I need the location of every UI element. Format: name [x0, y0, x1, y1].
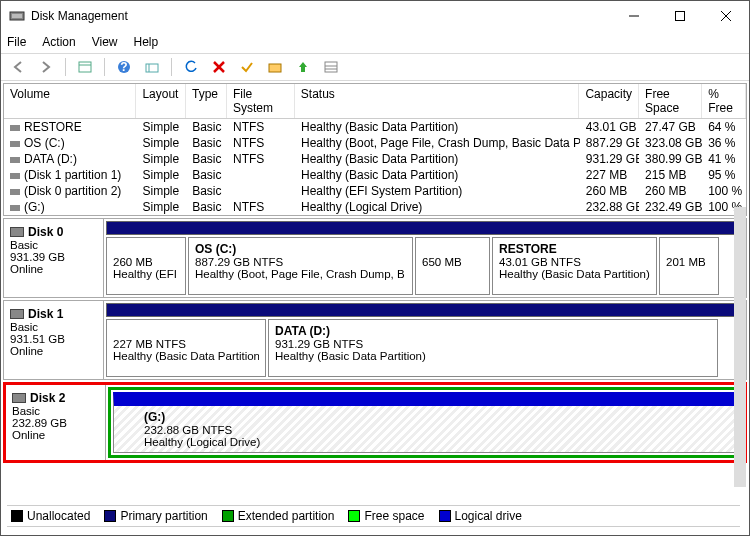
menu-view[interactable]: View — [92, 35, 118, 49]
separator — [65, 58, 66, 76]
legend-item: Primary partition — [104, 509, 207, 523]
minimize-button[interactable] — [611, 1, 657, 31]
disk-info: Disk 0 Basic 931.39 GB Online — [4, 219, 104, 297]
svg-rect-3 — [676, 12, 685, 21]
settings-button[interactable] — [141, 56, 163, 78]
volume-icon — [10, 205, 20, 211]
volume-row[interactable]: (Disk 0 partition 2)SimpleBasicHealthy (… — [4, 183, 746, 199]
list-button[interactable] — [320, 56, 342, 78]
disk-row-0[interactable]: Disk 0 Basic 931.39 GB Online 260 MBHeal… — [3, 218, 747, 298]
menubar: File Action View Help — [1, 31, 749, 53]
new-folder-button[interactable] — [264, 56, 286, 78]
toolbar: ? — [1, 53, 749, 81]
svg-rect-6 — [79, 62, 91, 72]
col-pctfree[interactable]: % Free — [702, 84, 746, 118]
disk-icon — [10, 227, 24, 237]
legend-item: Logical drive — [439, 509, 522, 523]
titlebar: Disk Management — [1, 1, 749, 31]
help-button[interactable]: ? — [113, 56, 135, 78]
disk-info: Disk 1 Basic 931.51 GB Online — [4, 301, 104, 379]
back-button[interactable] — [7, 56, 29, 78]
col-filesystem[interactable]: File System — [227, 84, 295, 118]
extended-partition[interactable]: (G:) 232.88 GB NTFS Healthy (Logical Dri… — [108, 387, 742, 458]
volume-icon — [10, 125, 20, 131]
partition[interactable]: 201 MB — [659, 237, 719, 295]
disk-info: Disk 2 Basic 232.89 GB Online — [6, 385, 106, 460]
legend-item: Unallocated — [11, 509, 90, 523]
menu-help[interactable]: Help — [134, 35, 159, 49]
disk-map: Disk 0 Basic 931.39 GB Online 260 MBHeal… — [3, 218, 747, 463]
disk-row-2[interactable]: Disk 2 Basic 232.89 GB Online (G:) 232.8… — [3, 382, 747, 463]
col-freespace[interactable]: Free Space — [639, 84, 702, 118]
menu-file[interactable]: File — [7, 35, 26, 49]
logical-drive[interactable]: (G:) 232.88 GB NTFS Healthy (Logical Dri… — [113, 392, 737, 453]
volume-list: Volume Layout Type File System Status Ca… — [3, 83, 747, 216]
diskmgmt-icon — [9, 8, 25, 24]
delete-button[interactable] — [208, 56, 230, 78]
legend-item: Free space — [348, 509, 424, 523]
maximize-button[interactable] — [657, 1, 703, 31]
legend: UnallocatedPrimary partitionExtended par… — [7, 505, 740, 527]
disk-bar — [106, 303, 744, 317]
svg-rect-1 — [12, 14, 22, 18]
col-capacity[interactable]: Capacity — [579, 84, 639, 118]
scrollbar[interactable] — [734, 207, 746, 487]
forward-button[interactable] — [35, 56, 57, 78]
volume-row[interactable]: DATA (D:)SimpleBasicNTFSHealthy (Basic D… — [4, 151, 746, 167]
svg-line-12 — [214, 62, 224, 72]
partition[interactable]: OS (C:)887.29 GB NTFSHealthy (Boot, Page… — [188, 237, 413, 295]
disk-icon — [10, 309, 24, 319]
volume-icon — [10, 157, 20, 163]
volume-list-header[interactable]: Volume Layout Type File System Status Ca… — [4, 84, 746, 119]
separator — [171, 58, 172, 76]
col-volume[interactable]: Volume — [4, 84, 136, 118]
disk-icon — [12, 393, 26, 403]
disk-row-1[interactable]: Disk 1 Basic 931.51 GB Online 227 MB NTF… — [3, 300, 747, 380]
svg-rect-15 — [325, 62, 337, 72]
volume-row[interactable]: (Disk 1 partition 1)SimpleBasicHealthy (… — [4, 167, 746, 183]
legend-item: Extended partition — [222, 509, 335, 523]
show-hide-button[interactable] — [74, 56, 96, 78]
svg-line-13 — [214, 62, 224, 72]
volume-row[interactable]: (G:)SimpleBasicNTFSHealthy (Logical Driv… — [4, 199, 746, 215]
arrow-up-button[interactable] — [292, 56, 314, 78]
volume-icon — [10, 189, 20, 195]
col-type[interactable]: Type — [186, 84, 227, 118]
partition[interactable]: DATA (D:)931.29 GB NTFSHealthy (Basic Da… — [268, 319, 718, 377]
svg-rect-10 — [146, 64, 158, 72]
svg-text:?: ? — [120, 60, 127, 74]
partition[interactable]: 227 MB NTFSHealthy (Basic Data Partition… — [106, 319, 266, 377]
svg-point-8 — [118, 61, 130, 73]
menu-action[interactable]: Action — [42, 35, 75, 49]
separator — [104, 58, 105, 76]
volume-icon — [10, 173, 20, 179]
col-layout[interactable]: Layout — [136, 84, 186, 118]
col-status[interactable]: Status — [295, 84, 580, 118]
checkmark-icon[interactable] — [236, 56, 258, 78]
close-button[interactable] — [703, 1, 749, 31]
disk-bar — [106, 221, 744, 235]
partition[interactable]: RESTORE43.01 GB NTFSHealthy (Basic Data … — [492, 237, 657, 295]
svg-rect-14 — [269, 64, 281, 72]
volume-row[interactable]: RESTORESimpleBasicNTFSHealthy (Basic Dat… — [4, 119, 746, 135]
partition[interactable]: 650 MB — [415, 237, 490, 295]
refresh-button[interactable] — [180, 56, 202, 78]
partition[interactable]: 260 MBHealthy (EFI Sy — [106, 237, 186, 295]
volume-icon — [10, 141, 20, 147]
volume-row[interactable]: OS (C:)SimpleBasicNTFSHealthy (Boot, Pag… — [4, 135, 746, 151]
window-title: Disk Management — [31, 9, 611, 23]
